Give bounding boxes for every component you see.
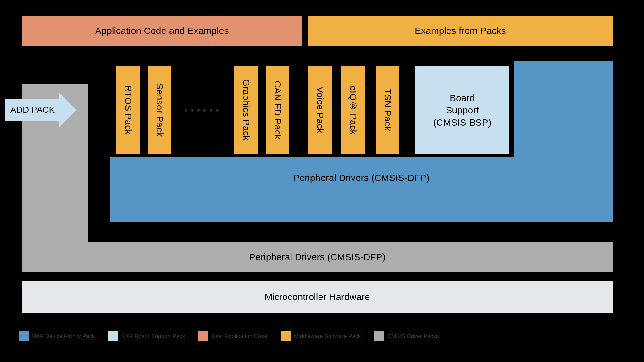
voice-pack-label: Voice Pack — [315, 87, 325, 133]
app-code-box: Application Code and Examples — [22, 16, 302, 46]
legend-item-cmsis: CMSIS Driver Packs — [374, 331, 439, 341]
examples-from-packs-box: Examples from Packs — [308, 16, 613, 46]
microcontroller-hardware-label: Microcontroller Hardware — [264, 292, 370, 302]
rtos-pack: RTOS Pack — [116, 66, 140, 154]
swatch-grey — [374, 331, 384, 341]
bsp-line3: (CMSIS-BSP) — [433, 116, 491, 129]
eiq-pack-label: eIQ® Pack — [348, 85, 358, 134]
architecture-diagram: Application Code and Examples Examples f… — [16, 16, 628, 346]
legend-item-mw: Middleware Software Pack — [281, 331, 361, 341]
add-pack-label: ADD PACK — [5, 99, 59, 121]
legend-item-dfp: NXP Device Family Pack — [19, 331, 95, 341]
voice-pack: Voice Pack — [308, 66, 332, 154]
add-pack-arrow: ADD PACK — [5, 93, 76, 127]
swatch-lightblue — [108, 331, 118, 341]
tsn-pack-label: TSN Pack — [382, 89, 393, 131]
examples-from-packs-label: Examples from Packs — [415, 25, 506, 36]
canfd-pack-label: CAN FD Pack — [272, 81, 283, 140]
graphics-pack-label: Graphics Pack — [241, 79, 252, 140]
eiq-pack: eIQ® Pack — [341, 66, 365, 154]
legend-bsp-label: NXP Board Support Pack — [121, 333, 185, 340]
peripheral-drivers-grey: Peripheral Drivers (CMSIS-DFP) — [22, 242, 613, 272]
sensor-pack-label: Sensor Pack — [154, 83, 165, 137]
legend-user-label: User Application Code — [212, 333, 268, 340]
swatch-orange — [281, 331, 291, 341]
legend-dfp-label: NXP Device Family Pack — [32, 333, 95, 340]
bsp-line2: Support — [446, 104, 479, 116]
legend-item-bsp: NXP Board Support Pack — [108, 331, 185, 341]
peripheral-drivers-blue-label: Peripheral Drivers (CMSIS-DFP) — [293, 173, 429, 183]
app-code-label: Application Code and Examples — [95, 25, 229, 36]
arrow-head-icon — [59, 93, 76, 127]
legend-cmsis-label: CMSIS Driver Packs — [387, 333, 439, 340]
legend-item-user: User Application Code — [198, 331, 268, 341]
ellipsis: •••••• — [179, 107, 226, 113]
rtos-pack-label: RTOS Pack — [123, 85, 134, 134]
peripheral-drivers-grey-label: Peripheral Drivers (CMSIS-DFP) — [249, 252, 385, 262]
swatch-blue — [19, 331, 29, 341]
canfd-pack: CAN FD Pack — [266, 66, 289, 154]
bsp-line1: Board — [450, 92, 475, 104]
legend-mw-label: Middleware Software Pack — [294, 333, 361, 340]
peripheral-drivers-blue: Peripheral Drivers (CMSIS-DFP) — [110, 163, 613, 193]
swatch-salmon — [198, 331, 208, 341]
sensor-pack: Sensor Pack — [148, 66, 171, 154]
graphics-pack: Graphics Pack — [234, 66, 258, 154]
legend: NXP Device Family Pack NXP Board Support… — [16, 330, 448, 343]
board-support-box: Board Support (CMSIS-BSP) — [415, 66, 509, 154]
tsn-pack: TSN Pack — [376, 66, 399, 154]
microcontroller-hardware: Microcontroller Hardware — [22, 281, 613, 313]
